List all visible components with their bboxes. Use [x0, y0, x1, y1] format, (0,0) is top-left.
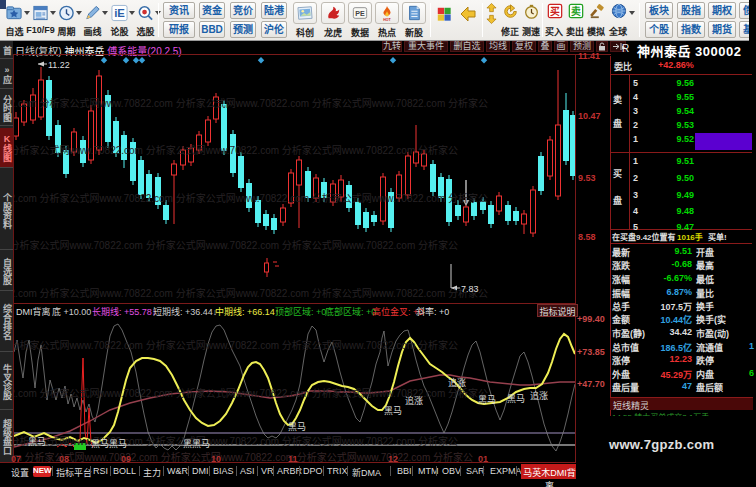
- svg-text:PE: PE: [355, 10, 365, 18]
- svg-text:iЕ: iЕ: [114, 7, 125, 19]
- svg-text:HOT: HOT: [383, 18, 391, 21]
- svg-text:买: 买: [550, 6, 560, 17]
- svg-text:卖: 卖: [571, 5, 581, 17]
